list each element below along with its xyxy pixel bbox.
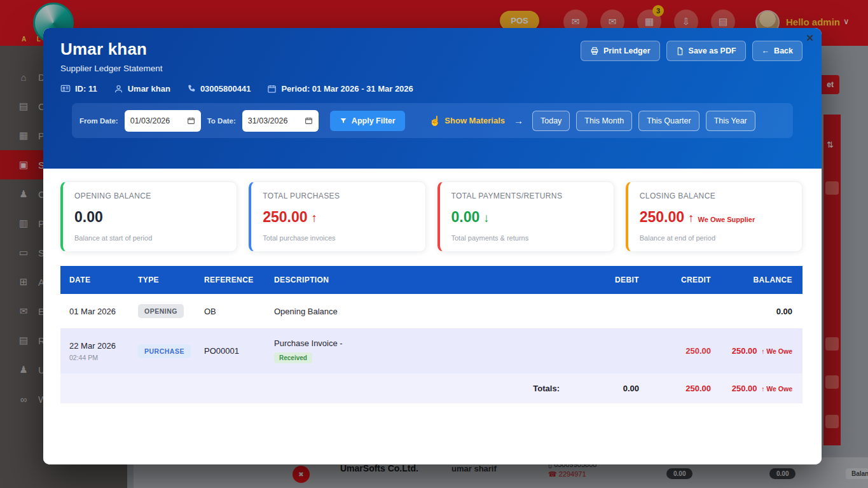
right-arrow-icon: → [514,115,523,126]
type-badge: OPENING [138,304,184,318]
supplier-ledger-modal: ✕ Umar khan Supplier Ledger Statement Pr… [43,28,822,464]
to-date-label: To Date: [207,117,236,125]
ledger-table: DATE TYPE REFERENCE DESCRIPTION DEBIT CR… [60,266,803,403]
supplier-name: Umar khan [114,84,170,94]
card-opening-balance: OPENING BALANCE 0.00 Balance at start of… [60,181,237,252]
we-owe-note: We Owe Supplier [698,216,755,223]
from-date-input[interactable]: 01/03/2026 [125,110,201,132]
quick-filter-this-month[interactable]: This Month [576,111,632,131]
we-owe-note: ↑ We Owe [761,347,792,355]
funnel-icon [340,117,347,125]
quick-filter-today[interactable]: Today [532,111,570,131]
card-closing-balance: CLOSING BALANCE 250.00 ↑ We Owe Supplier… [626,181,803,252]
from-date-label: From Date: [79,117,118,125]
supplier-period: Period: 01 Mar 2026 - 31 Mar 2026 [267,84,413,94]
apply-filter-button[interactable]: Apply Filter [330,111,405,131]
back-button[interactable]: ← Back [752,41,803,61]
screen: A L POS ✉ ✉ ▦ 3 ⇩ ▤ Hello admin ∨ ⌂Da ▤C… [0,0,868,488]
up-arrow-icon: ↑ [688,211,694,225]
pointing-hand-icon: ☝ [429,115,441,127]
we-owe-note: ↑ We Owe [761,385,792,393]
modal-subtitle: Supplier Ledger Statement [60,64,804,73]
phone-icon [187,84,196,93]
quick-filter-this-quarter[interactable]: This Quarter [638,111,699,131]
printer-icon [590,46,599,55]
filter-bar: From Date: 01/03/2026 To Date: 31/03/202… [72,103,793,138]
calendar-icon [187,116,195,125]
type-badge: PURCHASE [138,344,191,358]
file-icon [676,47,684,55]
card-total-payments: TOTAL PAYMENTS/RETURNS 0.00 ↓ Total paym… [437,181,614,252]
id-card-icon [60,83,71,94]
ledger-row-purchase: 22 Mar 2026 02:44 PM PURCHASE PO00001 Pu… [60,328,803,373]
modal-header: ✕ Umar khan Supplier Ledger Statement Pr… [43,28,822,169]
back-arrow-icon: ← [762,46,770,55]
ledger-totals-row: Totals: 0.00 250.00 250.00 ↑ We Owe [60,373,803,403]
to-date-input[interactable]: 31/03/2026 [242,110,319,132]
card-total-purchases: TOTAL PURCHASES 250.00 ↑ Total purchase … [249,181,425,252]
up-arrow-icon: ↑ [312,211,318,225]
save-pdf-button[interactable]: Save as PDF [666,41,746,61]
supplier-info-row: ID: 11 Umar khan 03005800441 Period: 01 … [60,83,804,94]
close-icon[interactable]: ✕ [806,33,814,43]
person-icon [114,84,123,94]
quick-filter-this-year[interactable]: This Year [706,111,755,131]
received-badge: Received [274,352,312,363]
show-materials-link[interactable]: ☝ Show Materials [429,115,505,127]
modal-actions: Print Ledger Save as PDF ← Back [581,41,803,61]
down-arrow-icon: ↓ [483,211,490,225]
ledger-header-row: DATE TYPE REFERENCE DESCRIPTION DEBIT CR… [60,266,803,294]
ledger-row-opening: 01 Mar 2026 OPENING OB Opening Balance 0… [60,294,803,328]
print-ledger-button[interactable]: Print Ledger [581,41,660,61]
modal-body: OPENING BALANCE 0.00 Balance at start of… [43,181,822,464]
calendar-icon [267,84,277,94]
row-time: 02:44 PM [69,354,129,361]
supplier-phone: 03005800441 [187,84,251,94]
supplier-id: ID: 11 [60,83,97,94]
calendar-icon [305,116,313,125]
summary-cards: OPENING BALANCE 0.00 Balance at start of… [60,181,803,252]
